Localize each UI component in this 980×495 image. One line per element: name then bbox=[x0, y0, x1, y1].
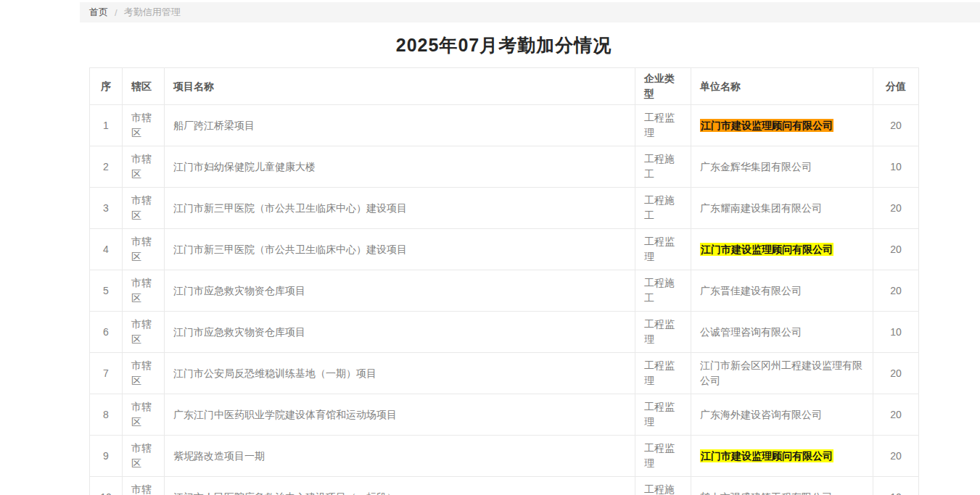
breadcrumb: 首页 / 考勤信用管理 bbox=[80, 2, 980, 22]
cell-score: 20 bbox=[873, 229, 919, 270]
header-district: 辖区 bbox=[123, 68, 165, 105]
table-row: 9 市辖区 紫坭路改造项目一期 工程监理 江门市建设监理顾问有限公司 20 bbox=[90, 436, 919, 477]
breadcrumb-home-link[interactable]: 首页 bbox=[89, 6, 108, 19]
cell-score: 20 bbox=[873, 188, 919, 229]
cell-score: 20 bbox=[873, 436, 919, 477]
unit-name-text: 广东金辉华集团有限公司 bbox=[700, 161, 812, 172]
main-content: 2025年07月考勤加分情况 序 辖区 项目名称 企业类型 单位名称 分值 1 … bbox=[89, 33, 918, 495]
header-score: 分值 bbox=[873, 68, 919, 105]
cell-company-type: 工程监理 bbox=[635, 312, 691, 353]
attendance-score-table: 序 辖区 项目名称 企业类型 单位名称 分值 1 市辖区 船厂跨江桥梁项目 工程… bbox=[89, 67, 919, 495]
cell-company-type: 工程施工 bbox=[635, 188, 691, 229]
cell-company-type: 工程施工 bbox=[635, 477, 691, 495]
cell-company-type: 工程监理 bbox=[635, 353, 691, 394]
cell-project-name: 紫坭路改造项目一期 bbox=[165, 436, 635, 477]
breadcrumb-current-page: 考勤信用管理 bbox=[124, 6, 181, 19]
cell-unit-name: 广东耀南建设集团有限公司 bbox=[691, 188, 873, 229]
table-row: 7 市辖区 江门市公安局反恐维稳训练基地（一期）项目 工程监理 江门市新会区冈州… bbox=[90, 353, 919, 394]
cell-index: 5 bbox=[90, 270, 123, 312]
table-body: 1 市辖区 船厂跨江桥梁项目 工程监理 江门市建设监理顾问有限公司 20 2 市… bbox=[90, 105, 919, 495]
cell-unit-name: 江门市建设监理顾问有限公司 bbox=[691, 105, 873, 146]
cell-score: 10 bbox=[873, 146, 919, 188]
cell-score: 20 bbox=[873, 105, 919, 146]
cell-index: 10 bbox=[90, 477, 123, 495]
cell-unit-name: 江门市建设监理顾问有限公司 bbox=[691, 436, 873, 477]
unit-name-text: 公诚管理咨询有限公司 bbox=[700, 326, 802, 338]
cell-company-type: 工程施工 bbox=[635, 146, 691, 188]
cell-company-type: 工程监理 bbox=[635, 436, 691, 477]
cell-index: 7 bbox=[90, 353, 123, 394]
cell-district: 市辖区 bbox=[123, 146, 165, 188]
cell-score: 20 bbox=[873, 353, 919, 394]
cell-company-type: 工程监理 bbox=[635, 229, 691, 270]
breadcrumb-separator: / bbox=[115, 7, 118, 18]
cell-district: 市辖区 bbox=[123, 353, 165, 394]
cell-unit-name: 鹤山市强盛建筑工程有限公司 bbox=[691, 477, 873, 495]
table-row: 1 市辖区 船厂跨江桥梁项目 工程监理 江门市建设监理顾问有限公司 20 bbox=[90, 105, 919, 146]
unit-name-text: 江门市建设监理顾问有限公司 bbox=[700, 119, 833, 132]
cell-project-name: 江门市人民医院应急救治中心建设项目（一标段） bbox=[165, 477, 635, 495]
header-index: 序 bbox=[90, 68, 123, 105]
cell-district: 市辖区 bbox=[123, 436, 165, 477]
table-row: 4 市辖区 江门市新三甲医院（市公共卫生临床中心）建设项目 工程监理 江门市建设… bbox=[90, 229, 919, 270]
cell-unit-name: 广东金辉华集团有限公司 bbox=[691, 146, 873, 188]
table-row: 2 市辖区 江门市妇幼保健院儿童健康大楼 工程施工 广东金辉华集团有限公司 10 bbox=[90, 146, 919, 188]
cell-district: 市辖区 bbox=[123, 394, 165, 436]
cell-score: 10 bbox=[873, 477, 919, 495]
cell-project-name: 江门市应急救灾物资仓库项目 bbox=[165, 312, 635, 353]
cell-district: 市辖区 bbox=[123, 188, 165, 229]
unit-name-text: 广东海外建设咨询有限公司 bbox=[700, 409, 822, 420]
table-row: 10 市辖区 江门市人民医院应急救治中心建设项目（一标段） 工程施工 鹤山市强盛… bbox=[90, 477, 919, 495]
cell-company-type: 工程监理 bbox=[635, 105, 691, 146]
cell-index: 1 bbox=[90, 105, 123, 146]
cell-district: 市辖区 bbox=[123, 477, 165, 495]
cell-project-name: 船厂跨江桥梁项目 bbox=[165, 105, 635, 146]
cell-score: 20 bbox=[873, 270, 919, 312]
page-title: 2025年07月考勤加分情况 bbox=[89, 33, 918, 57]
cell-index: 3 bbox=[90, 188, 123, 229]
cell-index: 4 bbox=[90, 229, 123, 270]
unit-name-text: 江门市新会区冈州工程建设监理有限公司 bbox=[700, 359, 862, 386]
table-header-row: 序 辖区 项目名称 企业类型 单位名称 分值 bbox=[90, 68, 919, 105]
unit-name-text: 鹤山市强盛建筑工程有限公司 bbox=[700, 491, 832, 495]
cell-index: 9 bbox=[90, 436, 123, 477]
cell-company-type: 工程施工 bbox=[635, 270, 691, 312]
cell-project-name: 江门市新三甲医院（市公共卫生临床中心）建设项目 bbox=[165, 188, 635, 229]
cell-score: 10 bbox=[873, 312, 919, 353]
table-row: 8 市辖区 广东江门中医药职业学院建设体育馆和运动场项目 工程监理 广东海外建设… bbox=[90, 394, 919, 436]
cell-project-name: 广东江门中医药职业学院建设体育馆和运动场项目 bbox=[165, 394, 635, 436]
cell-district: 市辖区 bbox=[123, 312, 165, 353]
cell-unit-name: 公诚管理咨询有限公司 bbox=[691, 312, 873, 353]
cell-district: 市辖区 bbox=[123, 105, 165, 146]
cell-index: 2 bbox=[90, 146, 123, 188]
cell-project-name: 江门市新三甲医院（市公共卫生临床中心）建设项目 bbox=[165, 229, 635, 270]
table-row: 5 市辖区 江门市应急救灾物资仓库项目 工程施工 广东晋佳建设有限公司 20 bbox=[90, 270, 919, 312]
cell-project-name: 江门市应急救灾物资仓库项目 bbox=[165, 270, 635, 312]
unit-name-text: 广东晋佳建设有限公司 bbox=[700, 285, 802, 296]
header-unit-name: 单位名称 bbox=[691, 68, 873, 105]
unit-name-text: 广东耀南建设集团有限公司 bbox=[700, 202, 822, 214]
header-project-name: 项目名称 bbox=[165, 68, 635, 105]
cell-unit-name: 广东海外建设咨询有限公司 bbox=[691, 394, 873, 436]
cell-district: 市辖区 bbox=[123, 229, 165, 270]
cell-project-name: 江门市公安局反恐维稳训练基地（一期）项目 bbox=[165, 353, 635, 394]
table-row: 6 市辖区 江门市应急救灾物资仓库项目 工程监理 公诚管理咨询有限公司 10 bbox=[90, 312, 919, 353]
header-company-type: 企业类型 bbox=[635, 68, 691, 105]
unit-name-text: 江门市建设监理顾问有限公司 bbox=[700, 449, 833, 462]
unit-name-text: 江门市建设监理顾问有限公司 bbox=[700, 243, 833, 256]
table-row: 3 市辖区 江门市新三甲医院（市公共卫生临床中心）建设项目 工程施工 广东耀南建… bbox=[90, 188, 919, 229]
cell-score: 20 bbox=[873, 394, 919, 436]
cell-company-type: 工程监理 bbox=[635, 394, 691, 436]
cell-index: 8 bbox=[90, 394, 123, 436]
cell-index: 6 bbox=[90, 312, 123, 353]
cell-unit-name: 广东晋佳建设有限公司 bbox=[691, 270, 873, 312]
cell-unit-name: 江门市建设监理顾问有限公司 bbox=[691, 229, 873, 270]
cell-district: 市辖区 bbox=[123, 270, 165, 312]
cell-unit-name: 江门市新会区冈州工程建设监理有限公司 bbox=[691, 353, 873, 394]
cell-project-name: 江门市妇幼保健院儿童健康大楼 bbox=[165, 146, 635, 188]
